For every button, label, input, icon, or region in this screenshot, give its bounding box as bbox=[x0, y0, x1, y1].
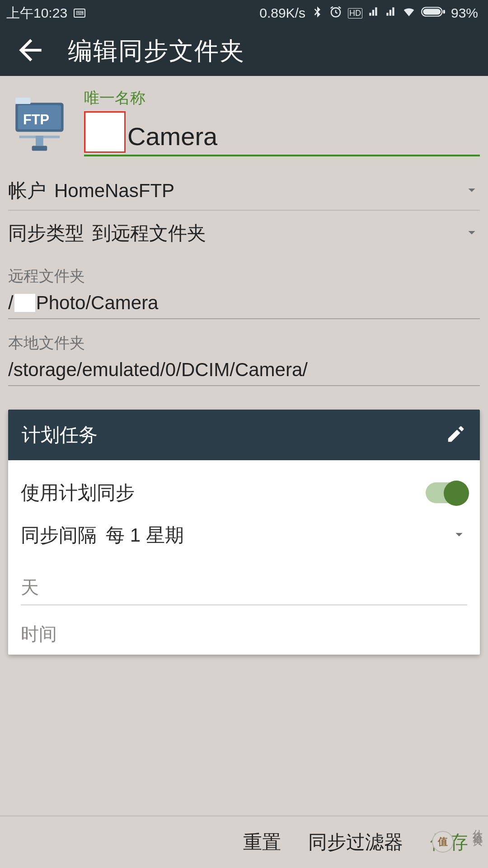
battery-icon bbox=[421, 5, 446, 21]
account-selector[interactable]: 帐户 HomeNasFTP bbox=[8, 168, 480, 211]
filter-button[interactable]: 同步过滤器 bbox=[308, 830, 403, 855]
schedule-time-field[interactable]: 时间 bbox=[21, 605, 467, 651]
status-time: 上午10:23 bbox=[6, 4, 67, 23]
remote-folder-path: Photo/Camera bbox=[36, 292, 159, 314]
local-folder-field[interactable]: /storage/emulated/0/DCIM/Camera/ bbox=[8, 354, 480, 386]
page-title: 编辑同步文件夹 bbox=[68, 35, 245, 68]
wifi-icon bbox=[402, 5, 416, 22]
svg-rect-2 bbox=[423, 9, 441, 15]
watermark-text: 什么值得买 bbox=[471, 822, 484, 831]
schedule-day-field[interactable]: 天 bbox=[21, 559, 467, 605]
signal-2-icon bbox=[385, 5, 397, 21]
back-button[interactable] bbox=[14, 33, 47, 69]
use-schedule-row: 使用计划同步 bbox=[21, 474, 467, 519]
watermark-badge: 值 bbox=[432, 831, 454, 853]
bottom-action-bar: 重置 同步过滤器 保存 bbox=[0, 816, 488, 868]
remote-folder-field[interactable]: / Photo/Camera bbox=[8, 287, 480, 319]
keyboard-icon: ⌨ bbox=[74, 9, 85, 18]
sync-name-value: Camera bbox=[127, 122, 217, 153]
sync-type-selector[interactable]: 同步类型 到远程文件夹 bbox=[8, 211, 480, 252]
local-folder-label: 本地文件夹 bbox=[8, 333, 480, 354]
redacted-box bbox=[84, 111, 126, 153]
sync-type-value: 到远程文件夹 bbox=[92, 221, 464, 246]
svg-rect-10 bbox=[32, 146, 47, 151]
local-folder-path: /storage/emulated/0/DCIM/Camera/ bbox=[8, 359, 308, 381]
status-bar: 上午10:23 ⌨ 0.89K/s HD 93 bbox=[0, 0, 488, 26]
sync-name-label: 唯一名称 bbox=[84, 88, 480, 108]
sync-interval-value: 每 1 星期 bbox=[106, 523, 451, 548]
remote-folder-prefix: / bbox=[8, 292, 14, 314]
remote-folder-label: 远程文件夹 bbox=[8, 266, 480, 287]
chevron-down-icon bbox=[451, 526, 467, 544]
status-netspeed: 0.89K/s bbox=[259, 5, 305, 21]
sync-name-field[interactable]: 唯一名称 Camera bbox=[84, 88, 480, 156]
bluetooth-icon bbox=[311, 5, 324, 21]
sync-interval-selector[interactable]: 同步间隔 每 1 星期 bbox=[21, 519, 467, 559]
account-label: 帐户 bbox=[8, 178, 46, 203]
status-battery-pct: 93% bbox=[451, 5, 478, 21]
sync-type-label: 同步类型 bbox=[8, 221, 84, 246]
hd-badge: HD bbox=[348, 8, 362, 19]
chevron-down-icon bbox=[464, 224, 480, 242]
signal-1-icon bbox=[368, 5, 380, 21]
edit-icon[interactable] bbox=[446, 424, 466, 446]
reset-button[interactable]: 重置 bbox=[243, 830, 281, 855]
action-bar: 编辑同步文件夹 bbox=[0, 26, 488, 76]
chevron-down-icon bbox=[464, 182, 480, 200]
sync-interval-label: 同步间隔 bbox=[21, 523, 97, 548]
redacted-box bbox=[14, 294, 35, 312]
schedule-title: 计划任务 bbox=[22, 422, 446, 448]
svg-rect-9 bbox=[36, 136, 43, 146]
svg-rect-3 bbox=[443, 10, 445, 14]
schedule-card: 计划任务 使用计划同步 同步间隔 每 1 星期 天 时间 bbox=[8, 410, 480, 655]
svg-rect-5 bbox=[15, 98, 31, 104]
svg-text:FTP: FTP bbox=[23, 112, 49, 127]
alarm-icon bbox=[329, 5, 343, 22]
ftp-folder-icon: FTP bbox=[8, 91, 76, 156]
account-value: HomeNasFTP bbox=[54, 180, 464, 202]
use-schedule-label: 使用计划同步 bbox=[21, 480, 426, 505]
use-schedule-toggle[interactable] bbox=[426, 482, 467, 503]
